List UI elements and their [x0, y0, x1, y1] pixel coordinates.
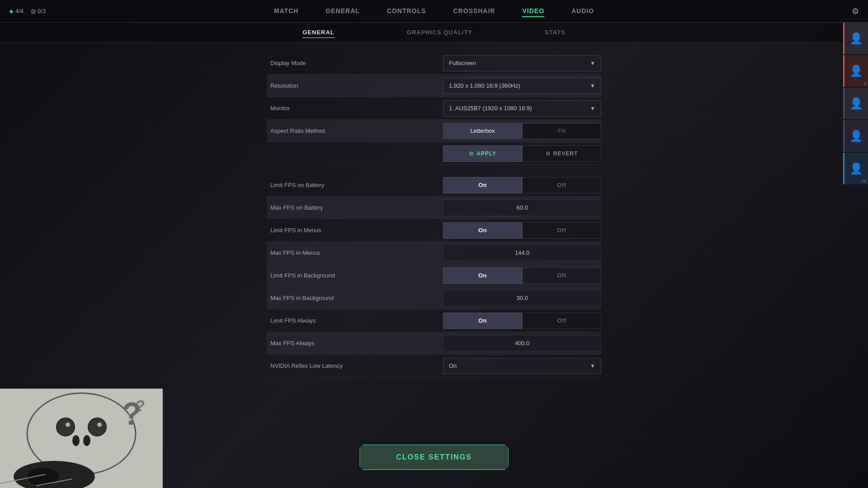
limit-fps-menus-off[interactable]: Off [522, 222, 601, 239]
monitor-dropdown[interactable]: 1. AUS25B7 (868 x 488 16:9) ▼ [443, 100, 601, 117]
action-buttons: ⊙ APPLY ⊙ REVERT [443, 145, 601, 162]
nav-video[interactable]: VIDEO [522, 5, 544, 17]
limit-fps-menus-control: On Off [443, 222, 601, 239]
nav-general[interactable]: GENERAL [326, 5, 359, 17]
max-fps-menus-control: 144.0 [443, 245, 601, 261]
display-mode-dropdown[interactable]: Fullscreen ▼ [443, 55, 601, 71]
player-card-1[interactable]: 👤 [843, 23, 868, 54]
max-fps-battery-label: Max FPS on Battery [267, 204, 443, 211]
limit-fps-bg-off[interactable]: Off [522, 267, 601, 284]
settings-table: Display Mode Fullscreen ▼ Resolution 1,9… [267, 52, 601, 377]
monitor-row: Monitor 1. AUS25B7 (868 x 488 16:9) ▼ [267, 97, 601, 120]
separator-1 [267, 165, 601, 174]
player-avatar-5: 👤 [849, 162, 863, 175]
limit-fps-always-toggle: On Off [443, 313, 601, 329]
aspect-ratio-row: Aspect Ratio Method Letterbox Fill [267, 120, 601, 142]
max-fps-bg-label: Max FPS in Background [267, 295, 443, 301]
revert-icon: ⊙ [546, 150, 551, 157]
max-fps-battery-value[interactable]: 60.0 [443, 200, 601, 216]
apply-label: APPLY [476, 150, 496, 157]
sub-nav-list: GENERAL GRAPHICS QUALITY STATS [302, 27, 566, 38]
limit-fps-bg-on[interactable]: On [443, 267, 522, 284]
bottom-left-art: ? ? [0, 389, 163, 488]
max-fps-always-control: 400.0 [443, 335, 601, 352]
limit-fps-always-off[interactable]: Off [522, 313, 601, 329]
max-fps-menus-label: Max FPS in Menus [267, 249, 443, 256]
stats-display: ◈ 4/4 ◎ 0/3 [9, 8, 46, 14]
limit-fps-menus-row: Limit FPS in Menus On Off [267, 219, 601, 242]
subnav-stats[interactable]: STATS [545, 27, 566, 38]
limit-fps-bg-toggle: On Off [443, 267, 601, 284]
resolution-label: Resolution [267, 82, 443, 89]
svg-point-5 [97, 422, 102, 427]
svg-text:?: ? [136, 397, 145, 414]
aspect-letterbox-btn[interactable]: Letterbox [443, 123, 522, 139]
player-card-2[interactable]: 👤 3 [843, 55, 868, 87]
apply-revert-row: ⊙ APPLY ⊙ REVERT [267, 142, 601, 165]
revert-label: REVERT [553, 150, 578, 157]
max-fps-menus-value[interactable]: 144.0 [443, 245, 601, 261]
nav-audio[interactable]: AUDIO [571, 5, 594, 17]
gear-icon[interactable]: ⚙ [852, 7, 859, 16]
close-settings-wrapper: CLOSE SETTINGS [359, 445, 509, 470]
limit-fps-battery-control: On Off [443, 177, 601, 193]
display-mode-control: Fullscreen ▼ [443, 55, 601, 71]
resolution-value: 1,920 x 1,080 16:9 (360Hz) [449, 82, 520, 89]
player-card-5[interactable]: 👤 76 [843, 153, 868, 184]
limit-fps-bg-label: Limit FPS in Background [267, 272, 443, 279]
player-avatar-1: 👤 [849, 32, 863, 45]
top-nav: ◈ 4/4 ◎ 0/3 MATCH GENERAL CONTROLS CROSS… [0, 0, 868, 23]
kills-icon: ◈ [9, 8, 14, 14]
limit-fps-battery-off[interactable]: Off [522, 177, 601, 193]
aspect-fill-btn[interactable]: Fill [522, 123, 601, 139]
svg-point-2 [57, 418, 75, 436]
resolution-row: Resolution 1,920 x 1,080 16:9 (360Hz) ▼ [267, 75, 601, 97]
sub-nav: GENERAL GRAPHICS QUALITY STATS [0, 23, 868, 43]
close-settings-button[interactable]: CLOSE SETTINGS [359, 445, 509, 470]
nav-controls[interactable]: CONTROLS [387, 5, 426, 17]
limit-fps-battery-toggle: On Off [443, 177, 601, 193]
max-fps-battery-control: 60.0 [443, 200, 601, 216]
player-num-2: 3 [864, 81, 866, 86]
limit-fps-always-on[interactable]: On [443, 313, 522, 329]
limit-fps-menus-toggle: On Off [443, 222, 601, 239]
art-background: ? ? [0, 389, 163, 488]
stat-orbs: ◎ 0/3 [31, 8, 46, 14]
subnav-graphics[interactable]: GRAPHICS QUALITY [407, 27, 472, 38]
nvidia-reflex-value: On [449, 362, 457, 369]
player-cards-panel: 👤 👤 3 👤 👤 👤 76 [843, 23, 868, 184]
monitor-label: Monitor [267, 105, 443, 112]
limit-fps-menus-on[interactable]: On [443, 222, 522, 239]
nvidia-reflex-control: On ▼ [443, 358, 601, 374]
player-avatar-4: 👤 [849, 130, 863, 142]
art-svg: ? ? [0, 389, 163, 488]
apply-button[interactable]: ⊙ APPLY [443, 145, 522, 162]
kills-value: 4/4 [15, 8, 24, 14]
nav-crosshair[interactable]: CROSSHAIR [453, 5, 495, 17]
apply-icon: ⊙ [469, 150, 474, 157]
limit-fps-bg-row: Limit FPS in Background On Off [267, 264, 601, 287]
gear-settings[interactable]: ⚙ [852, 6, 859, 16]
nvidia-reflex-dropdown[interactable]: On ▼ [443, 358, 601, 374]
nav-match[interactable]: MATCH [274, 5, 299, 17]
monitor-value: 1. AUS25B7 (868 x 488 16:9) [449, 105, 532, 112]
limit-fps-battery-on[interactable]: On [443, 177, 522, 193]
player-card-3[interactable]: 👤 [843, 88, 868, 119]
monitor-control: 1. AUS25B7 (868 x 488 16:9) ▼ [443, 100, 601, 117]
limit-fps-bg-control: On Off [443, 267, 601, 284]
svg-point-3 [88, 418, 106, 436]
revert-button[interactable]: ⊙ REVERT [522, 145, 601, 162]
subnav-general[interactable]: GENERAL [302, 27, 335, 38]
limit-fps-always-label: Limit FPS Always [267, 317, 443, 324]
max-fps-always-row: Max FPS Always 400.0 [267, 332, 601, 355]
dropdown-arrow-icon: ▼ [590, 363, 595, 369]
resolution-dropdown[interactable]: 1,920 x 1,080 16:9 (360Hz) ▼ [443, 78, 601, 94]
max-fps-battery-row: Max FPS on Battery 60.0 [267, 197, 601, 219]
dropdown-arrow-icon: ▼ [590, 83, 595, 89]
dropdown-arrow-icon: ▼ [590, 60, 595, 66]
display-mode-row: Display Mode Fullscreen ▼ [267, 52, 601, 75]
max-fps-bg-value[interactable]: 30.0 [443, 290, 601, 306]
svg-point-7 [83, 435, 90, 446]
max-fps-always-value[interactable]: 400.0 [443, 335, 601, 352]
player-card-4[interactable]: 👤 [843, 120, 868, 152]
